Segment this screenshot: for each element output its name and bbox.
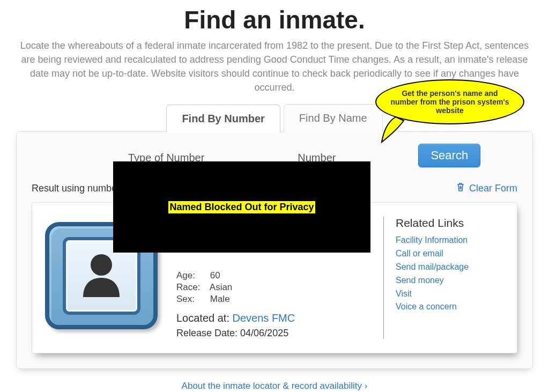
search-button[interactable]: Search	[418, 144, 480, 167]
person-icon	[75, 248, 128, 304]
result-heading: Result using number	[32, 183, 120, 194]
svg-point-0	[91, 254, 112, 276]
tab-find-by-name[interactable]: Find By Name	[284, 104, 383, 132]
race-row: Race: Asian	[176, 282, 373, 293]
related-links: Related Links Facility Information Call …	[383, 217, 504, 339]
link-send-money[interactable]: Send money	[396, 274, 504, 287]
release-label: Release Date:	[176, 328, 240, 338]
link-send-mail[interactable]: Send mail/package	[396, 261, 504, 274]
located-at: Located at: Devens FMC	[176, 312, 373, 324]
facility-link[interactable]: Devens FMC	[233, 312, 295, 324]
link-voice-concern[interactable]: Voice a concern	[396, 300, 504, 314]
age-label: Age:	[176, 270, 207, 281]
release-value: 04/06/2025	[240, 328, 288, 338]
located-label: Located at:	[176, 312, 233, 324]
redaction-label: Named Blocked Out for Privacy	[168, 201, 315, 213]
age-row: Age: 60	[176, 270, 373, 281]
redaction-overlay: Named Blocked Out for Privacy	[113, 161, 370, 253]
link-facility-info[interactable]: Facility Information	[396, 234, 504, 247]
tab-find-by-number[interactable]: Find By Number	[166, 105, 280, 132]
about-locator-link[interactable]: About the inmate locator & record availa…	[16, 381, 533, 391]
page-title: Find an inmate.	[16, 5, 533, 34]
sex-row: Sex: Male	[176, 294, 373, 305]
sex-label: Sex:	[176, 294, 207, 305]
link-call-email[interactable]: Call or email	[396, 247, 504, 261]
related-links-heading: Related Links	[396, 217, 504, 230]
clear-form-button[interactable]: Clear Form	[456, 182, 517, 195]
trash-icon	[456, 182, 465, 195]
sex-value: Male	[210, 294, 230, 304]
race-label: Race:	[176, 282, 207, 293]
annotation-tail	[380, 113, 412, 147]
race-value: Asian	[210, 282, 233, 292]
search-panel: Named Blocked Out for Privacy Type of Nu…	[16, 131, 533, 369]
age-value: 60	[210, 270, 220, 280]
clear-form-label: Clear Form	[469, 183, 517, 194]
link-visit[interactable]: Visit	[396, 287, 504, 301]
release-date: Release Date: 04/06/2025	[176, 328, 373, 339]
annotation-callout: Get the person's name and number from th…	[375, 79, 524, 124]
